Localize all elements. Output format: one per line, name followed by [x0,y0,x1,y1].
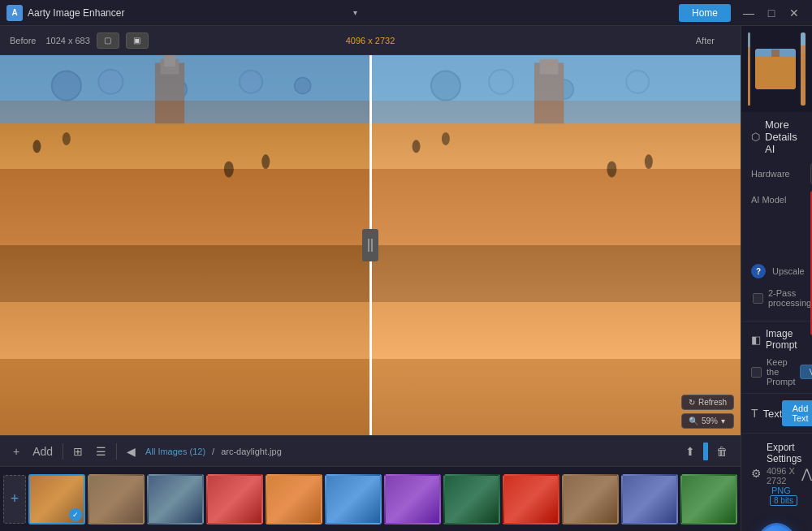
export-title: Export Settings [767,442,801,464]
svg-marker-35 [748,47,750,57]
title-dropdown-icon[interactable]: ▾ [353,8,357,17]
close-button[interactable]: ✕ [783,4,806,22]
right-panel: ⬡ More Details AI Hardware CPU ▾ AI Mode… [741,26,812,531]
refresh-button[interactable]: ↻ Refresh [681,395,734,410]
upscale-label: Upscale [772,266,812,276]
image-prompt-title: Image Prompt [766,328,802,351]
export-header: ⚙ Export Settings 4096 X 2732 PNG 8 bits… [751,442,802,505]
image-divider[interactable] [369,55,372,435]
svg-point-28 [607,161,616,177]
svg-point-12 [63,132,71,145]
breadcrumb-all[interactable]: All Images (12) [145,447,205,456]
text-section-title: Text [763,408,783,420]
svg-marker-48 [801,45,806,54]
thumbnail-check-florence: ✓ [69,508,82,521]
main-layout: Before 1024 x 683 ▢ ▣ 4096 x 2732 After [0,26,812,531]
export-left: ⚙ Export Settings 4096 X 2732 PNG 8 bits [751,442,801,505]
svg-point-18 [430,71,460,100]
keep-prompt-checkbox[interactable] [751,367,762,378]
view-button[interactable]: View [800,365,812,379]
image-prompt-section: ◧ Image Prompt Keep the Prompt View [741,322,812,394]
after-label: After [696,36,715,45]
image-prompt-header: ◧ Image Prompt [751,328,802,351]
thumbnail-tiger[interactable] [266,474,322,525]
toolbar-right-icons: ⬆ 🗑 [682,442,731,460]
two-pass-row: 2-Pass processing [751,288,802,308]
hardware-row: Hardware CPU ▾ [751,163,802,184]
thumbnail-bird[interactable] [325,474,382,525]
image-overlay-buttons: ↻ Refresh 🔍 59% ▾ [681,395,734,429]
svg-point-2 [98,70,123,94]
export-section: ⚙ Export Settings 4096 X 2732 PNG 8 bits… [741,433,812,512]
thumbnail-portrait[interactable] [88,474,145,525]
svg-rect-41 [801,32,806,45]
thumbnail-nature[interactable] [443,474,500,525]
hardware-label: Hardware [751,169,804,179]
thumbnail-castle[interactable] [621,474,678,525]
app-logo: A [6,5,23,21]
svg-point-13 [224,161,234,177]
thumbnail-woman[interactable] [562,474,619,525]
minimize-button[interactable]: — [737,4,760,22]
upscale-row: ? Upscale ▾ [751,261,802,282]
thumbnail-flower[interactable] [206,474,263,525]
svg-point-11 [32,140,41,153]
run-button[interactable]: RUN [754,523,799,531]
thumbnail-florence[interactable]: ✓ [28,474,85,525]
breadcrumb-separator: / [212,447,214,456]
add-label[interactable]: Add [29,443,56,460]
ai-model-label: AI Model [751,191,804,205]
keep-prompt-label: Keep the Prompt [767,357,795,386]
after-image [372,55,741,435]
expand-export-button[interactable]: ⋀ [801,466,812,481]
drag-handle[interactable] [703,442,708,460]
two-pass-label: 2-Pass processing [768,288,811,308]
home-button[interactable]: Home [679,4,731,22]
zoom-icon: 🔍 [689,417,698,425]
help-icon[interactable]: ? [751,264,766,278]
thumbnail-strip: + ✓ [0,466,741,531]
preview-thumbnail-large[interactable] [801,32,806,106]
image-prompt-icon: ◧ [751,334,761,346]
svg-point-21 [626,71,649,93]
grid-view-icon[interactable]: ⊞ [70,443,86,460]
svg-point-14 [261,154,270,169]
maximize-button[interactable]: □ [760,4,783,22]
divider-handle[interactable] [362,229,378,261]
upload-icon[interactable]: ⬆ [682,443,698,460]
add-icon[interactable]: + [10,443,23,460]
thumbnail-landscape[interactable] [680,474,737,525]
image-panel: Before 1024 x 683 ▢ ▣ 4096 x 2732 After [0,26,741,531]
add-text-button[interactable]: Add Text [782,400,812,426]
list-view-icon[interactable]: ☰ [93,443,110,460]
preview-thumbnails [741,26,812,112]
output-resolution: 4096 x 2732 [346,36,395,45]
svg-rect-23 [539,59,558,75]
text-title-group: T Text [751,407,782,420]
before-label: Before [10,36,36,45]
text-section: T Text Add Text [741,394,812,433]
svg-rect-31 [748,32,750,47]
zoom-button[interactable]: 🔍 59% ▾ [681,413,734,429]
view-toggle-split[interactable]: ▣ [126,32,149,49]
more-details-icon: ⬡ [751,131,760,143]
export-format: PNG [771,486,791,495]
refresh-icon: ↻ [689,398,695,407]
prev-icon[interactable]: ◀ [123,443,139,460]
thumbnail-poppy[interactable] [503,474,559,525]
thumbnail-butterfly[interactable] [384,474,441,525]
view-toggle-single[interactable]: ▢ [97,32,119,49]
more-details-header: ⬡ More Details AI [751,119,802,155]
image-toolbar: Before 1024 x 683 ▢ ▣ 4096 x 2732 After [0,26,741,55]
bottom-toolbar: + Add ⊞ ☰ ◀ All Images (12) / arc-daylig… [0,435,741,466]
thumbnail-mountain[interactable] [147,474,204,525]
two-pass-checkbox[interactable] [753,293,763,304]
trash-icon[interactable]: 🗑 [713,443,731,460]
preview-thumbnail-small[interactable] [748,32,750,106]
preview-icon-thumb[interactable] [755,49,796,89]
zoom-dropdown-icon: ▾ [721,417,725,425]
add-thumbnail-button[interactable]: + [3,475,26,524]
image-container: ↻ Refresh 🔍 59% ▾ [0,55,741,435]
text-section-icon: T [751,407,758,420]
breadcrumb-file: arc-daylight.jpg [221,447,282,456]
